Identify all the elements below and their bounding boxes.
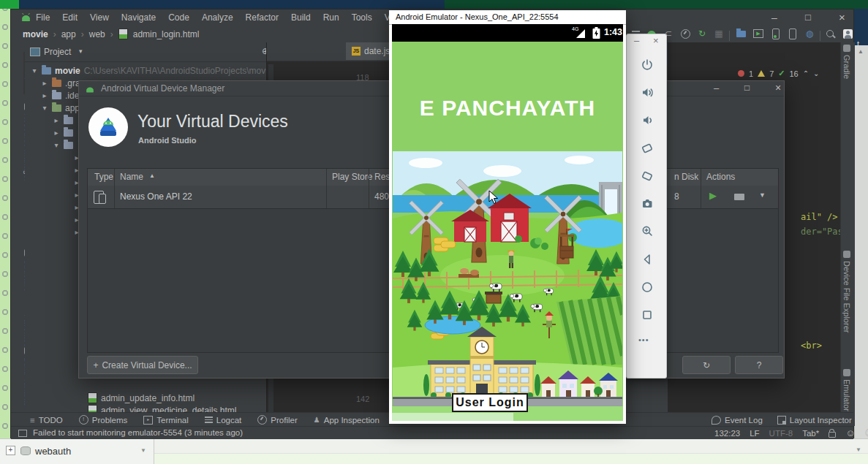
inspection-widget[interactable]: 1 7 ✓ 16 ⌃ ⌄ <box>738 69 820 78</box>
menu-refactor[interactable]: Refactor <box>246 12 279 23</box>
menu-analyze[interactable]: Analyze <box>202 12 233 23</box>
menu-tools[interactable]: Tools <box>352 12 372 23</box>
breadcrumb-file[interactable]: admin_login.html <box>133 29 200 39</box>
overview-icon[interactable] <box>641 308 654 321</box>
emulator-title-bar[interactable]: Android Emulator - Nexus_One_API_22:5554 <box>389 10 626 25</box>
device-connect-icon[interactable] <box>787 28 799 39</box>
avd-manager-icon[interactable] <box>770 28 782 39</box>
create-virtual-device-button[interactable]: + Create Virtual Device... <box>87 356 198 374</box>
run-window-icon[interactable]: ▶ <box>752 28 764 39</box>
tool-tab-app-inspection[interactable]: ♟App Inspection <box>314 416 380 425</box>
background-scrollbar[interactable]: ▲ <box>854 45 868 438</box>
window-minimize-button[interactable]: – <box>771 12 777 23</box>
chevron-down-icon[interactable]: ▾ <box>53 141 60 149</box>
sidebar-tab-emulator[interactable]: Emulator <box>842 369 851 411</box>
edit-folder-icon[interactable] <box>734 194 744 200</box>
breadcrumb-app[interactable]: app <box>61 29 76 39</box>
col-name[interactable]: Name <box>120 172 143 182</box>
gradle-sync-icon[interactable]: ↻ <box>696 28 708 39</box>
device-manager-icon[interactable] <box>735 28 747 39</box>
col-actions[interactable]: Actions <box>706 172 735 182</box>
volume-up-icon[interactable] <box>641 85 654 99</box>
tool-tab-profiler[interactable]: Profiler <box>257 415 297 425</box>
line-ending-indicator[interactable]: LF <box>750 429 759 438</box>
chevron-right-icon[interactable]: ▸ <box>53 116 60 124</box>
col-type[interactable]: Type <box>94 172 113 182</box>
tool-tab-layout-inspector[interactable]: Layout Inspector <box>777 416 852 425</box>
col-play-store[interactable]: Play Store <box>332 172 372 182</box>
power-icon[interactable] <box>641 58 654 71</box>
layout-grid-icon[interactable]: ▦ <box>713 28 725 39</box>
home-icon[interactable] <box>641 280 654 293</box>
more-icon[interactable]: ••• <box>638 335 649 344</box>
menu-build[interactable]: Build <box>291 12 311 23</box>
launch-device-icon[interactable]: ▶ <box>709 190 717 201</box>
prev-issue-icon[interactable]: ⌃ <box>803 69 809 77</box>
sidebar-tab-gradle[interactable]: Gradle <box>842 45 851 79</box>
sort-asc-icon[interactable]: ▲ <box>149 172 155 179</box>
webauth-scroll-icon[interactable]: ▼ <box>140 447 146 454</box>
back-icon[interactable] <box>641 252 654 265</box>
next-issue-icon[interactable]: ⌄ <box>813 69 819 77</box>
menu-view[interactable]: View <box>90 12 109 23</box>
tree-row-sub[interactable]: ▾ <box>53 139 73 151</box>
chevron-right-icon[interactable]: ▸ <box>41 91 48 99</box>
dialog-close-button[interactable]: × <box>775 82 781 94</box>
dialog-minimize-button[interactable]: – <box>714 83 719 94</box>
webauth-expand-icon[interactable]: + <box>6 446 15 455</box>
sad-face-icon[interactable]: ☹ <box>865 427 868 438</box>
project-view-caret-icon[interactable]: ▾ <box>79 47 83 55</box>
scroll-up-icon[interactable]: ▲ <box>858 48 864 55</box>
caret-position[interactable]: 132:23 <box>714 429 740 438</box>
device-name[interactable]: Nexus One API 22 <box>120 191 192 202</box>
sdk-manager-icon[interactable]: ◍ <box>804 28 815 39</box>
webauth-label[interactable]: webauth <box>35 446 71 457</box>
tree-row-sub[interactable]: ▸ <box>53 126 73 139</box>
tree-row-gradle[interactable]: ▸ .gra <box>41 77 80 89</box>
tree-row-file[interactable]: admin_update_info.html <box>88 392 195 404</box>
profiler-gauge-icon[interactable] <box>679 28 691 39</box>
window-close-button[interactable]: × <box>839 11 845 23</box>
chevron-down-icon[interactable]: ▾ <box>41 104 48 112</box>
menu-edit[interactable]: Edit <box>62 12 78 23</box>
tool-tab-problems[interactable]: !Problems <box>79 415 128 425</box>
profile-avatar-icon[interactable] <box>842 28 853 39</box>
tree-root-label[interactable]: movie <box>55 66 80 76</box>
tool-tab-terminal[interactable]: ▸Terminal <box>143 416 188 425</box>
chevron-right-icon[interactable]: ▸ <box>53 129 60 137</box>
chevron-right-icon[interactable]: ▸ <box>41 79 48 87</box>
status-window-icon[interactable] <box>18 430 27 437</box>
col-disk[interactable]: n Disk <box>674 172 698 182</box>
bottom-scroll-icon[interactable]: ▼ <box>856 446 861 453</box>
menu-code[interactable]: Code <box>168 12 189 23</box>
zoom-icon[interactable] <box>641 224 654 237</box>
breadcrumb-movie[interactable]: movie <box>23 29 48 39</box>
project-view-selector[interactable]: Project <box>44 47 71 57</box>
encoding-indicator[interactable]: UTF-8 <box>769 429 793 438</box>
breadcrumb-web[interactable]: web <box>89 29 105 39</box>
menu-run[interactable]: Run <box>323 12 339 23</box>
emulator-toolbar-minimize[interactable]: – <box>634 35 639 46</box>
tree-row-sub[interactable]: ▸ <box>53 114 73 126</box>
row-more-caret-icon[interactable]: ▼ <box>759 191 766 199</box>
refresh-button[interactable]: ↻ <box>682 356 731 374</box>
emulator-toolbar-close[interactable]: × <box>653 35 659 46</box>
search-everywhere-icon[interactable] <box>824 28 836 39</box>
screenshot-camera-icon[interactable] <box>641 197 654 210</box>
sidebar-tab-device-file-explorer[interactable]: Device File Explorer <box>842 251 851 332</box>
dialog-maximize-button[interactable]: □ <box>744 83 750 93</box>
user-login-button[interactable]: User Login <box>452 393 528 412</box>
window-maximize-button[interactable]: □ <box>805 12 811 23</box>
happy-face-icon[interactable]: ☺ <box>845 427 855 438</box>
rotate-right-icon[interactable] <box>641 169 654 182</box>
menu-navigate[interactable]: Navigate <box>121 12 156 23</box>
chevron-down-icon[interactable]: ▾ <box>31 66 38 75</box>
status-message[interactable]: Failed to start monitoring emulator-5554… <box>33 428 243 437</box>
lock-icon[interactable] <box>829 432 836 438</box>
menu-file[interactable]: File <box>36 12 50 23</box>
tool-tab-logcat[interactable]: Logcat <box>205 416 242 425</box>
indent-indicator[interactable]: Tab* <box>802 429 819 438</box>
tree-row-app[interactable]: ▾ app <box>41 102 80 114</box>
tool-tab-event-log[interactable]: Event Log <box>712 416 763 425</box>
volume-down-icon[interactable] <box>641 113 654 126</box>
